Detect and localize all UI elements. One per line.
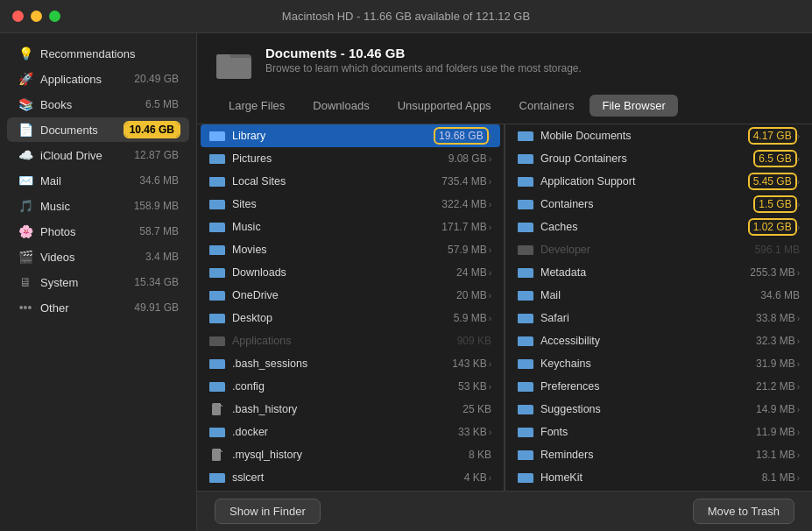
sidebar-size-other: 49.91 GB	[134, 301, 179, 314]
chevron-icon: ›	[489, 268, 491, 278]
folder-icon	[209, 265, 225, 280]
tab-downloads[interactable]: Downloads	[300, 95, 381, 117]
svg-rect-61	[518, 179, 533, 187]
file-row[interactable]: Applications909 KB	[201, 329, 500, 352]
file-row[interactable]: Fonts11.9 MB›	[509, 421, 808, 443]
file-row[interactable]: Safari33.8 MB›	[509, 307, 808, 329]
svg-rect-56	[518, 131, 524, 134]
tab-containers[interactable]: Containers	[507, 95, 587, 117]
sidebar-size-system: 15.34 GB	[134, 276, 179, 288]
content-header: Documents - 10.46 GB Browse to learn whi…	[197, 33, 812, 124]
minimize-button[interactable]	[31, 11, 42, 22]
file-row[interactable]: Movies57.9 MB›	[201, 238, 500, 261]
svg-rect-28	[209, 315, 225, 323]
close-button[interactable]	[12, 11, 24, 22]
file-size: 4 KB	[464, 471, 487, 484]
file-row[interactable]: Caches1.02 GB›	[509, 216, 808, 238]
svg-rect-16	[209, 224, 225, 232]
right-file-panel[interactable]: Mobile Documents4.17 GB› Group Container…	[505, 124, 812, 491]
file-row[interactable]: Desktop5.9 MB›	[201, 307, 500, 329]
chevron-icon: ›	[797, 405, 800, 414]
sidebar-item-books[interactable]: 📚Books6.5 MB	[7, 92, 189, 117]
tab-unsupported-apps[interactable]: Unsupported Apps	[385, 95, 504, 117]
chevron-icon: ›	[797, 177, 800, 187]
file-row[interactable]: Preferences21.2 MB›	[509, 375, 808, 398]
tab-file-browser[interactable]: File Browser	[590, 95, 677, 117]
title-bar: Macintosh HD - 11.66 GB available of 121…	[0, 0, 812, 33]
file-row[interactable]: Accessibility32.3 MB›	[509, 329, 808, 352]
left-file-panel[interactable]: Library19.68 GB› Pictures9.08 GB› Local …	[197, 124, 505, 491]
file-size: 32.3 MB	[756, 335, 795, 347]
svg-rect-42	[209, 428, 215, 430]
file-row[interactable]: .bash_sessions143 KB›	[201, 352, 500, 375]
file-size: 53 KB	[458, 380, 487, 393]
tab-large-files[interactable]: Large Files	[216, 95, 297, 117]
file-row[interactable]: OneDrive20 MB›	[201, 284, 500, 307]
move-to-trash-button[interactable]: Move to Trash	[693, 499, 794, 524]
show-in-finder-button[interactable]: Show in Finder	[215, 499, 321, 524]
sidebar-item-videos[interactable]: 🎬Videos3.4 MB	[7, 244, 189, 269]
file-row[interactable]: .mysql_history8 KB	[201, 443, 500, 466]
sidebar-item-recommendations[interactable]: 💡Recommendations	[7, 41, 189, 66]
folder-icon	[518, 173, 533, 189]
file-row[interactable]: Metadata255.3 MB›	[509, 261, 808, 284]
sidebar-label-videos: Videos	[40, 251, 145, 264]
file-row[interactable]: Keychains31.9 MB›	[509, 352, 808, 375]
sidebar-item-system[interactable]: 🖥System15.34 GB	[7, 270, 189, 294]
file-row[interactable]: Group Containers6.5 GB›	[509, 147, 808, 170]
chevron-icon: ›	[797, 314, 800, 323]
file-row[interactable]: Library19.68 GB›	[201, 124, 500, 147]
sidebar-item-other[interactable]: •••Other49.91 GB	[7, 295, 189, 320]
file-row[interactable]: .docker33 KB›	[201, 421, 500, 443]
file-name: .bash_history	[232, 403, 457, 415]
file-row[interactable]: Pictures9.08 GB›	[201, 147, 500, 170]
file-size: 19.68 GB	[435, 129, 487, 143]
sidebar-item-applications[interactable]: 🚀Applications20.49 GB	[7, 67, 189, 91]
file-panels: Library19.68 GB› Pictures9.08 GB› Local …	[197, 124, 812, 491]
sidebar-label-recommendations: Recommendations	[40, 47, 179, 60]
folder-icon	[209, 242, 225, 258]
file-row[interactable]: HomeKit8.1 MB›	[509, 466, 808, 489]
file-row[interactable]: .bash_history25 KB	[201, 398, 500, 421]
file-name: Application Support	[540, 175, 745, 188]
chevron-icon: ›	[797, 131, 800, 141]
chevron-icon: ›	[489, 359, 491, 369]
file-row[interactable]: Mobile Documents4.17 GB›	[509, 124, 808, 147]
svg-rect-67	[518, 224, 533, 232]
folder-icon	[518, 287, 533, 303]
file-row[interactable]: Mail34.6 MB	[509, 284, 808, 307]
file-row[interactable]: Downloads24 MB›	[201, 261, 500, 284]
file-row[interactable]: sslcert4 KB›	[201, 466, 500, 489]
sidebar-label-books: Books	[40, 98, 145, 111]
sidebar-label-applications: Applications	[40, 73, 134, 86]
applications-icon: 🚀	[18, 71, 33, 87]
folder-icon	[209, 173, 225, 189]
svg-rect-17	[209, 223, 215, 225]
file-name: Mobile Documents	[540, 130, 745, 142]
file-row[interactable]: Sites322.4 MB›	[201, 193, 500, 216]
sidebar-size-music: 158.9 MB	[134, 200, 179, 212]
file-row[interactable]: Suggestions14.9 MB›	[509, 398, 808, 421]
sidebar-item-photos[interactable]: 🌸Photos58.7 MB	[7, 219, 189, 244]
file-row[interactable]: Application Support5.45 GB›	[509, 170, 808, 193]
sidebar-item-icloud-drive[interactable]: ☁️iCloud Drive12.87 GB	[7, 143, 189, 167]
maximize-button[interactable]	[49, 11, 60, 22]
sidebar-item-music[interactable]: 🎵Music158.9 MB	[7, 194, 189, 218]
file-row[interactable]: Music171.7 MB›	[201, 216, 500, 238]
file-row[interactable]: Containers1.5 GB›	[509, 193, 808, 216]
sidebar-label-mail: Mail	[40, 174, 139, 188]
file-row[interactable]: Developer596.1 MB	[509, 238, 808, 261]
file-row[interactable]: Reminders13.1 MB›	[509, 443, 808, 466]
chevron-icon: ›	[797, 268, 800, 278]
svg-rect-20	[209, 245, 215, 248]
sidebar-item-documents[interactable]: 📄Documents10.46 GB	[7, 117, 189, 142]
sidebar-size-books: 6.5 MB	[145, 98, 179, 110]
sidebar-item-mail[interactable]: ✉️Mail34.6 MB	[7, 168, 189, 193]
svg-rect-31	[209, 338, 225, 346]
svg-rect-13	[209, 202, 225, 209]
file-icon	[209, 447, 225, 463]
svg-rect-37	[209, 384, 225, 392]
file-row[interactable]: .config53 KB›	[201, 375, 500, 398]
file-row[interactable]: Local Sites735.4 MB›	[201, 170, 500, 193]
sidebar-size-documents: 10.46 GB	[125, 123, 179, 137]
